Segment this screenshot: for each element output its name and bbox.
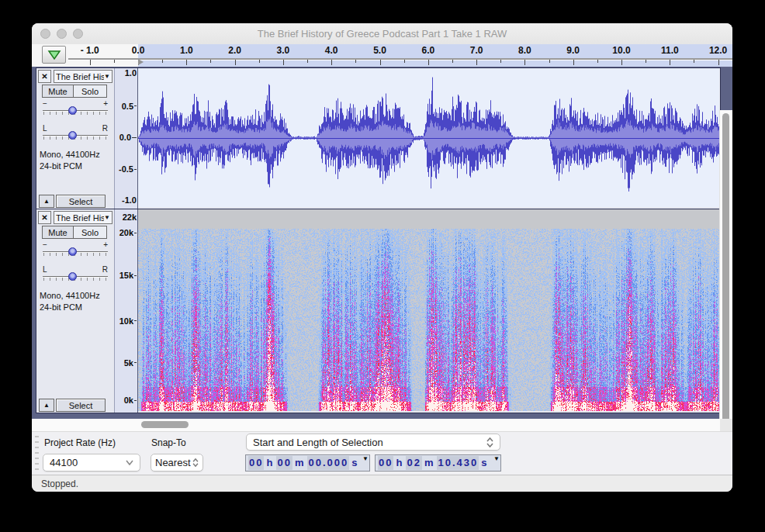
track1-control-panel: ✕ The Brief Hist ▼ Mute Solo − + (36, 68, 115, 209)
track-format-line1: Mono, 44100Hz (40, 149, 100, 161)
timeline-major-tick (235, 60, 236, 65)
collapse-track-button[interactable]: ▲ (39, 399, 54, 412)
timeline-label: 12.0 (709, 45, 727, 56)
zoom-window-button[interactable] (73, 29, 83, 39)
project-rate-select[interactable]: 44100 (43, 454, 140, 472)
collapse-track-button[interactable]: ▲ (39, 195, 54, 208)
time-dropdown-icon[interactable]: ▼ (493, 456, 500, 462)
timeline-pin-button[interactable] (42, 46, 66, 64)
timeline-label: 8.0 (518, 45, 531, 56)
dropdown-arrow-icon: ▼ (104, 214, 110, 221)
timeline-minor-tick (355, 60, 356, 63)
track-menu-button[interactable]: The Brief Hist ▼ (54, 70, 112, 83)
time-digits[interactable]: 00 (248, 456, 264, 470)
gain-slider-thumb[interactable] (68, 247, 77, 256)
toolbar-grip[interactable] (35, 436, 39, 471)
time-digits[interactable]: 10.430 (437, 456, 479, 470)
selection-mode-select[interactable]: Start and Length of Selection (246, 434, 500, 451)
frequency-ruler[interactable]: 22k20k15k10k5k0k (115, 209, 138, 413)
select-track-button[interactable]: Select (56, 399, 106, 412)
solo-button[interactable]: Solo (73, 226, 107, 239)
audacity-window: The Brief History of Greece Podcast Part… (32, 23, 732, 492)
status-bar: Stopped. (32, 475, 732, 492)
selection-length-time[interactable]: 00h02m10.430s▼ (375, 454, 501, 472)
gain-slider-thumb[interactable] (68, 106, 77, 115)
track-format-info: Mono, 44100Hz 24-bit PCM (40, 149, 100, 172)
timeline-minor-tick (259, 60, 260, 63)
snap-to-select[interactable]: Nearest (151, 454, 203, 472)
pan-slider[interactable]: L R (38, 265, 112, 286)
gain-minus-label: − (43, 240, 47, 249)
track-menu-button[interactable]: The Brief Hist ▼ (54, 211, 112, 224)
timeline-major-tick (524, 60, 525, 65)
timeline-label: 10.0 (612, 45, 630, 56)
gain-slider[interactable]: − + (38, 240, 112, 261)
selection-start-time[interactable]: 00h00m00.000s▼ (245, 454, 370, 472)
vertical-scrollbar-thumb[interactable] (722, 113, 729, 451)
stepper-chevrons-icon (486, 437, 493, 447)
time-unit: m (424, 456, 436, 470)
track-spectrogram: ✕ The Brief Hist ▼ Mute Solo − + (36, 209, 721, 413)
gain-slider[interactable]: − + (38, 99, 112, 120)
time-dropdown-icon[interactable]: ▼ (362, 456, 369, 462)
time-unit: s (480, 456, 489, 470)
pan-right-label: R (102, 265, 108, 274)
timeline-minor-tick (597, 60, 598, 63)
horizontal-scrollbar[interactable] (32, 419, 720, 431)
timeline-minor-tick (694, 60, 694, 63)
close-track-button[interactable]: ✕ (38, 211, 51, 224)
traffic-lights (40, 29, 83, 39)
track-title: The Brief Hist (56, 213, 104, 223)
titlebar[interactable]: The Brief History of Greece Podcast Part… (32, 23, 732, 45)
select-track-button[interactable]: Select (56, 195, 106, 208)
close-window-button[interactable] (40, 29, 50, 39)
snap-to-value: Nearest (155, 457, 192, 468)
timeline-major-tick (621, 60, 622, 65)
time-digits[interactable]: 00 (276, 456, 292, 470)
track-format-line2: 24-bit PCM (40, 302, 100, 313)
timeline-minor-tick (404, 60, 405, 63)
spectrogram-canvas[interactable] (138, 209, 719, 411)
timeline-label: 4.0 (325, 45, 338, 56)
mute-button[interactable]: Mute (42, 226, 74, 239)
close-track-button[interactable]: ✕ (38, 70, 51, 83)
snap-to-label: Snap-To (151, 437, 186, 448)
vruler-label: 0.5 (122, 102, 137, 111)
scrollbar-corner (720, 419, 732, 431)
vertical-scrollbar[interactable] (719, 110, 732, 462)
project-rate-label: Project Rate (Hz) (44, 437, 116, 448)
vruler-tick (134, 400, 137, 401)
vruler-label: 5k (124, 358, 137, 368)
minimize-window-button[interactable] (57, 29, 67, 39)
playhead-marker-icon[interactable] (138, 59, 144, 65)
time-unit: h (265, 456, 275, 470)
vruler-label: -0.5 (119, 164, 137, 174)
timeline-label: 5.0 (373, 45, 386, 56)
timeline-audio-region (138, 44, 732, 67)
waveform-canvas[interactable] (138, 68, 719, 207)
track-format-line1: Mono, 44100Hz (40, 290, 100, 302)
vruler-tick (134, 169, 137, 170)
pan-slider-thumb[interactable] (68, 272, 77, 281)
mute-button[interactable]: Mute (42, 85, 74, 98)
vruler-label: 0k (124, 396, 137, 405)
timeline-major-tick (670, 60, 670, 65)
vruler-label: 10k (119, 316, 137, 326)
timeline-major-tick (718, 60, 719, 65)
horizontal-scrollbar-thumb[interactable] (141, 421, 189, 428)
window-title: The Brief History of Greece Podcast Part… (258, 28, 507, 40)
solo-button[interactable]: Solo (73, 85, 107, 98)
timeline-label: - 1.0 (81, 45, 99, 56)
timeline-major-tick (476, 60, 477, 65)
amplitude-ruler[interactable]: 1.00.50.0-0.5-1.0 (115, 68, 138, 209)
pan-slider[interactable]: L R (38, 124, 112, 145)
timeline-major-tick (90, 60, 91, 65)
timeline-groove (68, 58, 732, 60)
gain-minus-label: − (43, 99, 47, 108)
time-digits[interactable]: 02 (406, 456, 421, 470)
time-digits[interactable]: 00 (378, 456, 393, 470)
timeline-ruler[interactable]: - 1.00.01.02.03.04.05.06.07.08.09.010.01… (68, 44, 732, 67)
pan-slider-thumb[interactable] (68, 131, 77, 140)
time-digits[interactable]: 00.000 (307, 456, 349, 470)
timeline-major-tick (331, 60, 332, 65)
